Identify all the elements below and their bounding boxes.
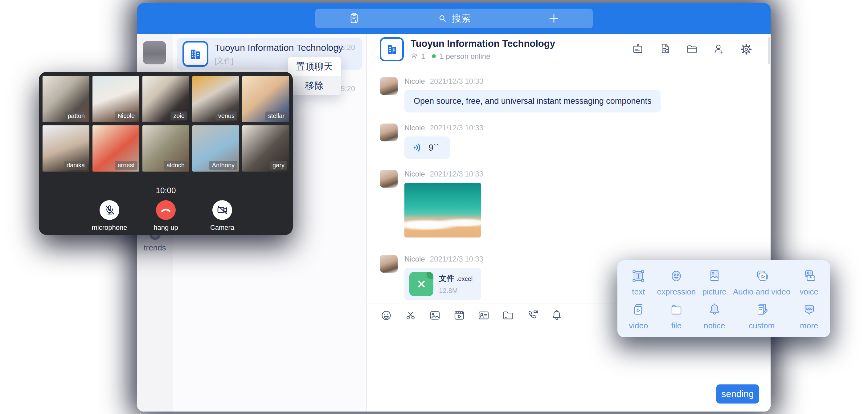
expression-icon	[668, 268, 684, 284]
conversation-context-menu: 置顶聊天 移除	[288, 57, 341, 95]
message-time: 2021/12/3 10:33	[430, 124, 484, 132]
settings-gear-icon[interactable]	[740, 43, 753, 56]
user-avatar[interactable]	[143, 41, 166, 64]
popup-item-more[interactable]: more	[790, 299, 828, 333]
message-time: 2021/12/3 10:33	[430, 170, 484, 178]
hangup-control[interactable]: hang up	[146, 200, 186, 232]
sender-avatar[interactable]	[380, 170, 398, 188]
order-list-icon[interactable]	[347, 12, 361, 25]
emoji-icon[interactable]	[380, 309, 393, 322]
participant-name: aldrich	[164, 161, 187, 170]
popup-item-notice[interactable]: notice	[696, 299, 733, 333]
text-bubble[interactable]: Open source, free, and universal instant…	[404, 90, 660, 113]
message-voice: Nicole 2021/12/3 10:33 9`	[380, 124, 771, 159]
add-member-icon[interactable]	[713, 43, 725, 56]
announcement-icon[interactable]	[631, 43, 644, 56]
search-placeholder[interactable]: 搜索	[452, 12, 471, 25]
message-time: 2021/12/3 10:33	[430, 255, 484, 263]
participant-tile: aldrich	[143, 125, 189, 171]
search-bar[interactable]: 搜索	[315, 9, 593, 28]
audio-video-icon	[754, 268, 770, 284]
sound-wave-icon	[412, 142, 424, 153]
participant-name: danika	[64, 161, 88, 170]
participant-name: Nicole	[115, 112, 137, 121]
online-status: 1 person online	[439, 52, 490, 61]
participant-name: stellar	[266, 112, 287, 121]
image-attachment-beach[interactable]	[404, 183, 481, 237]
notification-bell-icon[interactable]	[550, 309, 563, 322]
folder-icon[interactable]	[501, 309, 515, 322]
message-image: Nicole 2021/12/3 10:33	[380, 170, 771, 237]
sender-avatar[interactable]	[380, 77, 398, 95]
contact-card-icon[interactable]	[477, 309, 490, 322]
member-count: 1	[421, 52, 425, 61]
participant-name: zoie	[170, 112, 187, 121]
popup-item-text[interactable]: text	[620, 265, 657, 299]
chat-history-search-icon[interactable]	[658, 43, 671, 56]
screenshot-scissors-icon[interactable]	[404, 309, 417, 322]
menu-item-remove[interactable]: 移除	[288, 76, 341, 95]
notice-bell-icon	[707, 302, 722, 318]
menu-item-pin-chat[interactable]: 置顶聊天	[288, 57, 341, 76]
participant-grid: patton Nicole zoie venus stellar danika …	[42, 76, 289, 171]
more-bubble-icon	[801, 302, 817, 318]
file-extension: .excel	[457, 276, 472, 282]
microphone-control[interactable]: microphone	[89, 200, 129, 232]
sender-name: Nicole	[404, 77, 425, 86]
picture-icon	[707, 268, 722, 284]
chat-title: Tuoyun Information Technology	[410, 38, 555, 49]
camera-muted-icon[interactable]	[212, 200, 232, 220]
top-bar: 搜索	[137, 3, 771, 34]
message-input-area[interactable]: sending	[367, 327, 771, 412]
video-message-icon	[630, 302, 646, 318]
participant-name: Anthony	[209, 161, 237, 170]
hangup-label: hang up	[154, 224, 178, 232]
participant-tile: patton	[42, 76, 89, 122]
popup-item-file[interactable]: file	[657, 299, 696, 333]
participant-tile: zoie	[143, 76, 189, 122]
voice-bubble[interactable]: 9``	[404, 136, 450, 159]
group-avatar-icon	[380, 37, 404, 61]
message-time: 2021/12/3 10:33	[430, 77, 484, 86]
participant-tile: Anthony	[192, 125, 239, 171]
hangup-icon[interactable]	[156, 200, 176, 220]
file-folder-icon	[668, 302, 684, 318]
conversation-time: 15:20	[337, 43, 355, 52]
participant-tile: venus	[192, 76, 239, 122]
sender-avatar[interactable]	[380, 124, 398, 141]
message-text: Nicole 2021/12/3 10:33 Open source, free…	[380, 77, 771, 113]
camera-control[interactable]: Camera	[202, 200, 242, 232]
popup-item-custom[interactable]: custom	[733, 299, 790, 333]
sender-name: Nicole	[404, 255, 425, 263]
trends-label: trends	[137, 243, 173, 253]
voice-icon	[801, 268, 817, 284]
participant-tile: stellar	[242, 76, 289, 122]
text-tool-icon	[630, 268, 646, 284]
video-clip-icon[interactable]	[453, 309, 466, 322]
participant-name: ernest	[115, 161, 137, 170]
files-icon[interactable]	[685, 43, 699, 56]
excel-file-icon	[409, 272, 433, 296]
sender-name: Nicole	[404, 170, 425, 178]
mic-muted-icon[interactable]	[99, 200, 119, 220]
scrollbar-thumb[interactable]	[768, 37, 770, 64]
popup-item-audio-video[interactable]: Audio and video	[733, 265, 790, 299]
sender-avatar[interactable]	[380, 255, 398, 273]
popup-item-video[interactable]: video	[620, 299, 657, 333]
custom-message-icon	[754, 302, 770, 318]
participant-tile: Nicole	[92, 76, 139, 122]
send-button[interactable]: sending	[716, 384, 759, 404]
popup-item-expression[interactable]: expression	[657, 265, 696, 299]
popup-item-picture[interactable]: picture	[696, 265, 733, 299]
add-button[interactable]	[547, 12, 561, 25]
voice-duration: 9``	[429, 142, 439, 153]
participant-tile: danika	[42, 125, 89, 171]
file-name: 文件	[439, 274, 454, 283]
file-attachment[interactable]: 文件 .excel 12.8M	[404, 268, 481, 300]
video-call-icon[interactable]	[526, 309, 539, 322]
image-icon[interactable]	[429, 309, 441, 322]
group-avatar-icon	[183, 41, 208, 67]
popup-item-voice[interactable]: voice	[790, 265, 828, 299]
participant-tile: ernest	[92, 125, 139, 171]
sender-name: Nicole	[404, 124, 425, 132]
